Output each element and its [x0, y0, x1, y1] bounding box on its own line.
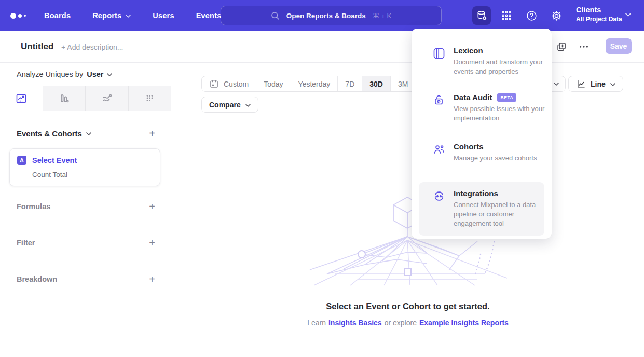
nav-item-users[interactable]: Users: [153, 11, 174, 20]
lexicon-title: Lexicon: [454, 46, 545, 55]
event-letter-badge: A: [17, 156, 26, 165]
chevron-down-icon[interactable]: [86, 132, 91, 135]
date-segment-yesterday[interactable]: Yesterday: [291, 76, 338, 91]
add-formula-button[interactable]: +: [149, 201, 155, 212]
date-segment-7d[interactable]: 7D: [338, 76, 362, 91]
filter-label: Filter: [17, 239, 35, 247]
grid-dots-icon: [501, 10, 512, 21]
analyze-label: Analyze Uniques by: [17, 70, 83, 78]
project-scope: All Project Data: [576, 16, 622, 23]
chevron-down-icon: [610, 83, 615, 86]
chevron-down-icon: [126, 15, 131, 18]
line-chart-icon: [576, 79, 586, 89]
analyze-value-dropdown[interactable]: User: [87, 70, 103, 78]
page-title[interactable]: Untitled: [21, 42, 53, 52]
ellipsis-icon: [579, 42, 589, 52]
formulas-section: Formulas +: [17, 202, 155, 211]
add-filter-button[interactable]: +: [149, 238, 155, 248]
chevron-down-icon[interactable]: [107, 73, 112, 76]
events-cohorts-label[interactable]: Events & Cohorts: [17, 129, 82, 138]
top-nav: Boards Reports Users Events Open Reports…: [0, 0, 644, 31]
help-button[interactable]: [522, 6, 541, 25]
nav-item-boards[interactable]: Boards: [44, 11, 71, 20]
compare-dropdown[interactable]: Compare: [201, 97, 258, 113]
search-icon: [271, 11, 280, 20]
tab-flows[interactable]: [86, 86, 129, 111]
count-total-dropdown[interactable]: Count Total: [32, 171, 153, 178]
tab-bar-chart[interactable]: [43, 86, 86, 111]
formulas-label: Formulas: [17, 202, 50, 211]
or-explore-text: or explore: [385, 319, 417, 327]
cohorts-people-icon: [432, 143, 446, 156]
analyze-uniques-row: Analyze Uniques by User: [0, 63, 171, 86]
add-breakdown-button[interactable]: +: [149, 274, 155, 284]
flows-icon: [101, 92, 113, 105]
bar-chart-icon: [58, 92, 70, 105]
tab-insights-line[interactable]: [0, 86, 43, 111]
chart-type-dropdown[interactable]: Line: [568, 76, 623, 92]
cohorts-title: Cohorts: [454, 142, 545, 151]
project-name: Clients: [576, 6, 622, 14]
line-chart-box-icon: [15, 92, 28, 105]
settings-button[interactable]: [547, 6, 566, 25]
events-cohorts-header: Events & Cohorts +: [17, 128, 155, 139]
breakdown-label: Breakdown: [17, 275, 57, 283]
chart-type-label: Line: [591, 80, 606, 88]
insights-basics-link[interactable]: Insights Basics: [328, 319, 382, 327]
duplicate-button[interactable]: [556, 41, 567, 52]
add-description-field[interactable]: + Add description...: [61, 43, 123, 51]
apps-grid-button[interactable]: [497, 6, 516, 25]
add-event-button[interactable]: +: [149, 128, 155, 139]
date-segment-30d[interactable]: 30D: [362, 76, 391, 91]
dot-grid-icon: [143, 92, 156, 105]
filter-section: Filter +: [17, 238, 155, 248]
gear-icon: [551, 10, 563, 22]
example-reports-link[interactable]: Example Insights Reports: [419, 319, 509, 327]
integrations-description: Connect Mixpanel to a data pipeline or c…: [454, 200, 545, 228]
integrations-sync-icon: [432, 189, 446, 203]
question-circle-icon: [526, 10, 538, 22]
integrations-title: Integrations: [454, 189, 545, 198]
report-canvas: Custom Today Yesterday 7D 30D 3M 6M Line…: [172, 63, 644, 357]
lexicon-description: Document and transform your events and p…: [454, 58, 545, 76]
menu-item-cohorts[interactable]: Cohorts Manage your saved cohorts: [419, 142, 544, 163]
date-segment-custom[interactable]: Custom: [202, 76, 256, 91]
select-event-card[interactable]: A Select Event Count Total: [9, 148, 160, 186]
menu-item-lexicon[interactable]: Lexicon Document and transform your even…: [419, 46, 544, 76]
menu-item-integrations[interactable]: Integrations Connect Mixpanel to a data …: [419, 182, 544, 236]
tab-pivot[interactable]: [129, 86, 171, 111]
lexicon-book-icon: [432, 47, 446, 60]
data-audit-title: Data Audit: [454, 93, 492, 102]
header-divider: [597, 39, 597, 54]
chevron-down-icon: [245, 104, 251, 107]
copy-plus-icon: [556, 42, 567, 52]
more-options-button[interactable]: [578, 41, 590, 52]
empty-state-title: Select an Event or Cohort to get started…: [172, 301, 644, 311]
database-gear-icon: [476, 10, 488, 22]
date-range-control: Custom Today Yesterday 7D 30D 3M 6M: [201, 76, 441, 92]
select-event-label[interactable]: Select Event: [32, 156, 77, 164]
mixpanel-logo[interactable]: [10, 13, 26, 19]
beta-badge: BETA: [497, 93, 516, 102]
cohorts-description: Manage your saved cohorts: [454, 154, 545, 163]
date-segment-today[interactable]: Today: [256, 76, 291, 91]
global-search-input[interactable]: Open Reports & Boards ⌘ + K: [221, 6, 442, 25]
save-button[interactable]: Save: [606, 38, 632, 54]
nav-item-events[interactable]: Events: [196, 11, 222, 20]
logo-dot: [18, 14, 22, 18]
query-builder-sidebar: Analyze Uniques by User: [0, 63, 171, 357]
menu-item-data-audit[interactable]: Data Audit BETA View possible issues wit…: [419, 93, 544, 123]
data-management-button[interactable]: [472, 6, 491, 25]
chevron-down-icon: [625, 13, 631, 17]
project-selector[interactable]: Clients All Project Data: [576, 6, 622, 23]
data-management-menu: Lexicon Document and transform your even…: [412, 29, 552, 239]
breakdown-section: Breakdown +: [17, 274, 155, 284]
chart-type-tabs: [0, 86, 171, 111]
search-placeholder: Open Reports & Boards: [286, 12, 366, 20]
compare-label: Compare: [209, 101, 241, 109]
nav-item-reports[interactable]: Reports: [92, 11, 131, 20]
learn-prefix-text: Learn: [307, 319, 326, 327]
empty-state: Select an Event or Cohort to get started…: [172, 301, 644, 327]
logo-dot: [24, 15, 26, 17]
calendar-icon: [209, 79, 219, 89]
